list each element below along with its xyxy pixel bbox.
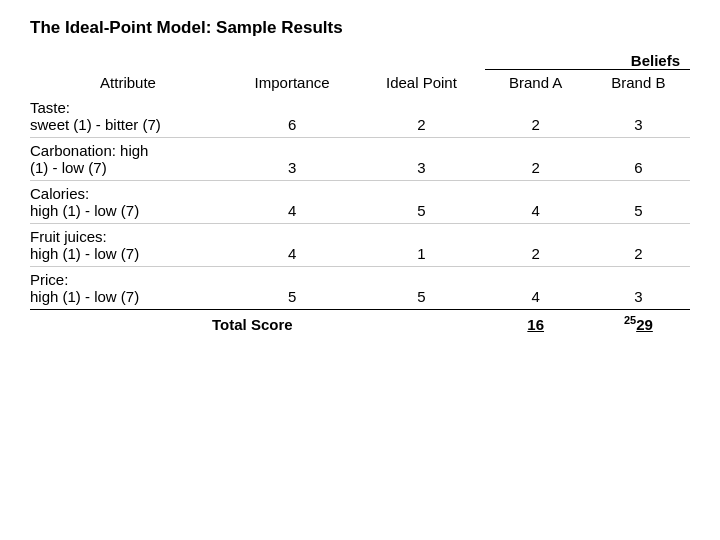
attribute-col-header: Attribute <box>30 70 226 96</box>
total-brand-b: 2529 <box>587 310 690 338</box>
attribute-cell: Carbonation: high(1) - low (7) <box>30 138 226 181</box>
ideal-point-cell: 5 <box>358 181 484 224</box>
importance-cell: 6 <box>226 95 358 138</box>
table-row: Fruit juices:high (1) - low (7)4122 <box>30 224 690 267</box>
brand-a-cell: 4 <box>485 267 587 310</box>
brand-a-col-header: Brand A <box>485 70 587 96</box>
main-container: The Ideal-Point Model: Sample Results Be… <box>30 18 690 337</box>
brand-a-cell: 2 <box>485 224 587 267</box>
total-row: Total Score162529 <box>30 310 690 338</box>
attribute-cell: Fruit juices:high (1) - low (7) <box>30 224 226 267</box>
total-label: Total Score <box>30 310 485 338</box>
brand-a-cell: 2 <box>485 138 587 181</box>
ideal-header-empty <box>358 48 484 70</box>
beliefs-header: Beliefs <box>485 48 690 70</box>
attribute-cell: Price:high (1) - low (7) <box>30 267 226 310</box>
ideal-point-cell: 2 <box>358 95 484 138</box>
importance-cell: 5 <box>226 267 358 310</box>
importance-cell: 3 <box>226 138 358 181</box>
brand-a-cell: 2 <box>485 95 587 138</box>
brand-a-cell: 4 <box>485 181 587 224</box>
ideal-point-cell: 5 <box>358 267 484 310</box>
table-row: Calories:high (1) - low (7)4545 <box>30 181 690 224</box>
brand-b-cell: 3 <box>587 95 690 138</box>
ideal-point-cell: 3 <box>358 138 484 181</box>
ideal-point-col-header: Ideal Point <box>358 70 484 96</box>
brand-b-cell: 3 <box>587 267 690 310</box>
brand-b-cell: 5 <box>587 181 690 224</box>
attr-header-empty <box>30 48 226 70</box>
brand-b-cell: 2 <box>587 224 690 267</box>
ideal-point-cell: 1 <box>358 224 484 267</box>
beliefs-header-row: Beliefs <box>30 48 690 70</box>
table-row: Taste:sweet (1) - bitter (7)6223 <box>30 95 690 138</box>
attribute-cell: Calories:high (1) - low (7) <box>30 181 226 224</box>
page-title: The Ideal-Point Model: Sample Results <box>30 18 690 38</box>
table-row: Carbonation: high(1) - low (7)3326 <box>30 138 690 181</box>
attribute-cell: Taste:sweet (1) - bitter (7) <box>30 95 226 138</box>
importance-col-header: Importance <box>226 70 358 96</box>
brand-b-col-header: Brand B <box>587 70 690 96</box>
importance-header-empty <box>226 48 358 70</box>
col-headers-row: Attribute Importance Ideal Point Brand A… <box>30 70 690 96</box>
total-brand-a: 16 <box>485 310 587 338</box>
importance-cell: 4 <box>226 181 358 224</box>
table-row: Price:high (1) - low (7)5543 <box>30 267 690 310</box>
importance-cell: 4 <box>226 224 358 267</box>
brand-b-cell: 6 <box>587 138 690 181</box>
results-table: Beliefs Attribute Importance Ideal Point… <box>30 48 690 337</box>
